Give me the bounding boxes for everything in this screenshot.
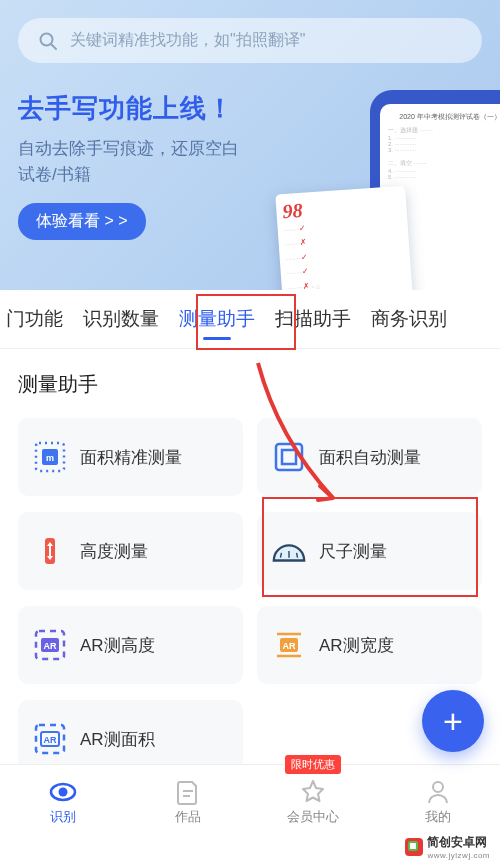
tab-business[interactable]: 商务识别 xyxy=(361,290,457,348)
svg-point-0 xyxy=(41,33,53,45)
tab-hot[interactable]: 门功能 xyxy=(6,290,73,348)
banner-subtitle: 自动去除手写痕迹，还原空白试卷/书籍 xyxy=(18,136,248,189)
paper-illustration: 98 ···········✓ ···········✗ ···········… xyxy=(275,186,414,290)
add-fab-button[interactable]: + xyxy=(422,690,484,752)
nav-vip[interactable]: 限时优惠 会员中心 xyxy=(250,765,375,838)
promo-banner: 关键词精准找功能，如"拍照翻译" 去手写功能上线！ 自动去除手写痕迹，还原空白试… xyxy=(0,0,500,290)
ar-height-icon: AR xyxy=(32,627,68,663)
svg-line-1 xyxy=(52,44,57,49)
promo-badge: 限时优惠 xyxy=(285,755,341,774)
section-title: 测量助手 xyxy=(18,371,482,398)
tool-area-precise[interactable]: m 面积精准测量 xyxy=(18,418,243,496)
ar-area-icon: AR xyxy=(32,721,68,757)
tool-ar-height[interactable]: AR AR测高度 xyxy=(18,606,243,684)
tool-label: 尺子测量 xyxy=(319,540,387,563)
tool-label: AR测高度 xyxy=(80,634,155,657)
svg-point-23 xyxy=(58,787,67,796)
svg-rect-5 xyxy=(276,444,302,470)
svg-rect-6 xyxy=(282,450,296,464)
nav-works[interactable]: 作品 xyxy=(125,765,250,838)
tool-ruler[interactable]: 尺子测量 xyxy=(257,512,482,590)
tool-height[interactable]: 高度测量 xyxy=(18,512,243,590)
tab-measure[interactable]: 测量助手 xyxy=(169,290,265,348)
search-icon xyxy=(38,31,58,51)
plus-icon: + xyxy=(443,702,463,741)
svg-text:m: m xyxy=(46,453,54,463)
ar-width-icon: AR xyxy=(271,627,307,663)
watermark-url: www.jylzwj.com xyxy=(427,851,490,860)
tool-ar-width[interactable]: AR AR测宽度 xyxy=(257,606,482,684)
search-placeholder: 关键词精准找功能，如"拍照翻译" xyxy=(70,30,305,51)
nav-recognize[interactable]: 识别 xyxy=(0,765,125,838)
nav-label: 作品 xyxy=(175,808,201,826)
tool-label: AR测宽度 xyxy=(319,634,394,657)
svg-line-11 xyxy=(297,553,298,558)
height-icon xyxy=(32,533,68,569)
category-tabs: 门功能 识别数量 测量助手 扫描助手 商务识别 xyxy=(0,290,500,349)
watermark: 简创安卓网 www.jylzwj.com xyxy=(401,832,494,862)
watermark-name: 简创安卓网 xyxy=(427,834,490,851)
eye-icon xyxy=(49,778,77,806)
search-input[interactable]: 关键词精准找功能，如"拍照翻译" xyxy=(18,18,482,63)
area-auto-icon xyxy=(271,439,307,475)
try-now-button[interactable]: 体验看看 > > xyxy=(18,203,146,240)
ruler-icon xyxy=(271,533,307,569)
svg-text:AR: AR xyxy=(283,641,296,651)
nav-label: 会员中心 xyxy=(287,808,339,826)
tab-count[interactable]: 识别数量 xyxy=(73,290,169,348)
watermark-logo-icon xyxy=(405,838,423,856)
bottom-nav: 识别 作品 限时优惠 会员中心 我的 xyxy=(0,764,500,838)
tab-scan[interactable]: 扫描助手 xyxy=(265,290,361,348)
star-icon xyxy=(299,778,327,806)
tool-label: 面积自动测量 xyxy=(319,446,421,469)
nav-mine[interactable]: 我的 xyxy=(375,765,500,838)
tool-label: AR测面积 xyxy=(80,728,155,751)
tool-label: 高度测量 xyxy=(80,540,148,563)
svg-text:AR: AR xyxy=(44,735,57,745)
tool-area-auto[interactable]: 面积自动测量 xyxy=(257,418,482,496)
doc-icon xyxy=(174,778,202,806)
nav-label: 识别 xyxy=(50,808,76,826)
person-icon xyxy=(424,778,452,806)
svg-point-26 xyxy=(433,782,443,792)
tool-label: 面积精准测量 xyxy=(80,446,182,469)
svg-text:AR: AR xyxy=(44,641,57,651)
nav-label: 我的 xyxy=(425,808,451,826)
area-precise-icon: m xyxy=(32,439,68,475)
svg-line-9 xyxy=(280,553,281,558)
